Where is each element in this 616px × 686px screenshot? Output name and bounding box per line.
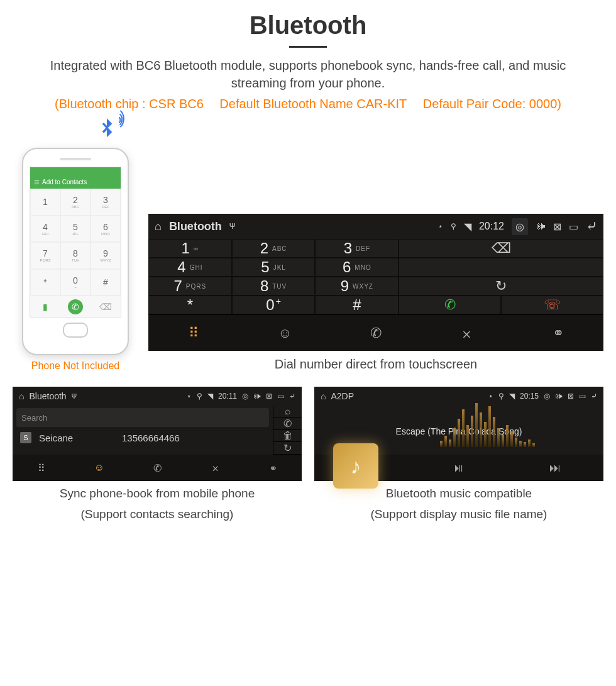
phone-key-7: 7PQRS — [30, 242, 60, 269]
sync-button[interactable]: ↻ — [399, 277, 603, 296]
tab-calllog[interactable]: ✆ — [331, 314, 422, 351]
hangup-button[interactable]: ☏ — [501, 296, 603, 314]
phone-key-#: # — [91, 269, 121, 296]
dialer-key-2[interactable]: 2ABC — [232, 239, 316, 258]
volume-icon[interactable]: 🕪 — [536, 221, 546, 232]
call-icon: ✆ — [68, 299, 83, 314]
album-art: ♪ — [333, 443, 378, 489]
bluetooth-status-icon: ⋆ — [438, 222, 443, 231]
close-icon[interactable]: ⊠ — [266, 392, 272, 401]
spacer — [399, 258, 603, 277]
link-icon: ⚭ — [553, 325, 564, 341]
side-call[interactable]: ✆ — [273, 418, 302, 430]
dialer-key-#[interactable]: # — [315, 296, 399, 314]
spec-code: Default Pair Code: 0000) — [423, 97, 561, 111]
calllog-icon: ✆ — [370, 325, 382, 341]
tab-bluetooth[interactable]: ⨉ — [186, 455, 244, 481]
trash-icon: 🗑 — [283, 430, 293, 441]
dialer-key-7[interactable]: 7PQRS — [148, 277, 232, 296]
usb-icon: Ψ — [72, 393, 77, 400]
phone-key-5: 5JKL — [60, 216, 91, 243]
specs-line: (Bluetooth chip : CSR BC6 Default Blueto… — [13, 97, 603, 111]
side-sync[interactable]: ↻ — [273, 442, 302, 455]
contacts-icon: ☺ — [94, 462, 104, 473]
phone-key-6: 6MNO — [91, 216, 121, 243]
dialer-key-9[interactable]: 9WXYZ — [315, 277, 399, 296]
next-button[interactable]: ⏭ — [507, 455, 603, 481]
contacts-panel: ⌂ Bluetooth Ψ ⋆ ⚲ ◥ 20:11 ◎ 🕪 ⊠ ▭ ⤶ — [13, 387, 302, 481]
tab-link[interactable]: ⚭ — [512, 314, 603, 351]
statusbar-time: 20:12 — [479, 221, 504, 232]
phone-key-3: 3DEF — [91, 189, 121, 216]
contact-name: Seicane — [39, 433, 114, 443]
back-icon[interactable]: ⤶ — [586, 218, 597, 235]
dialer-key-6[interactable]: 6MNO — [315, 258, 399, 277]
close-icon[interactable]: ⊠ — [553, 221, 561, 233]
tab-link[interactable]: ⚭ — [244, 455, 302, 481]
music-caption2: (Support display music file name) — [314, 507, 603, 523]
phone-key-8: 8TUV — [60, 242, 91, 269]
playpause-button[interactable]: ⏯ — [410, 455, 507, 481]
phone-mock: Add to Contacts 12ABC3DEF4GHI5JKL6MNO7PQ… — [22, 148, 129, 355]
dialer-key-4[interactable]: 4GHI — [148, 258, 232, 277]
search-input[interactable]: Search — [16, 408, 269, 427]
tab-bluetooth[interactable]: ⨉ — [421, 314, 512, 351]
equalizer — [390, 397, 585, 447]
statusbar-app: A2DP — [331, 391, 354, 401]
wifi-icon: ◥ — [207, 392, 213, 401]
usb-icon: Ψ — [229, 222, 236, 231]
bluetooth-tab-icon: ⨉ — [212, 462, 218, 473]
keypad-icon: ⠿ — [189, 325, 199, 341]
contacts-caption2: (Support contacts searching) — [13, 507, 302, 523]
side-delete[interactable]: 🗑 — [273, 430, 302, 442]
dialer-key-1[interactable]: 1∞ — [148, 239, 232, 258]
recents-icon[interactable]: ▭ — [569, 221, 578, 233]
description: Integrated with BC6 Bluetooth module, su… — [13, 57, 603, 92]
statusbar-app: Bluetooth — [29, 391, 66, 401]
dialer-caption: Dial number direct from touchscreen — [148, 357, 603, 372]
phone-addbar: Add to Contacts — [30, 175, 121, 189]
spec-chip: (Bluetooth chip : CSR BC6 — [55, 97, 204, 111]
statusbar-time: 20:11 — [218, 392, 237, 401]
tab-contacts[interactable]: ☺ — [70, 455, 128, 481]
side-search[interactable]: ⌕ — [273, 406, 302, 418]
tab-calllog[interactable]: ✆ — [128, 455, 186, 481]
camera-icon[interactable]: ◎ — [512, 218, 528, 235]
calllog-icon: ✆ — [153, 462, 162, 474]
backspace-button[interactable]: ⌫ — [399, 239, 603, 258]
link-icon: ⚭ — [269, 462, 277, 474]
video-icon: ▮ — [38, 299, 53, 314]
phone-key-9: 9WXYZ — [91, 242, 121, 269]
dialer-key-3[interactable]: 3DEF — [315, 239, 399, 258]
volume-icon[interactable]: 🕪 — [253, 392, 261, 401]
camera-icon[interactable]: ◎ — [242, 392, 248, 401]
backspace-icon: ⌫ — [98, 299, 113, 314]
bluetooth-tab-icon: ⨉ — [463, 325, 471, 341]
home-icon[interactable]: ⌂ — [321, 391, 326, 401]
back-icon[interactable]: ⤶ — [591, 392, 597, 401]
phone-icon: ✆ — [283, 418, 292, 429]
tab-keypad[interactable]: ⠿ — [13, 455, 70, 481]
contact-row[interactable]: S Seicane 13566664466 — [13, 429, 273, 446]
dialer-screen: ⌂ Bluetooth Ψ ⋆ ⚲ ◥ 20:12 ◎ 🕪 ⊠ ▭ ⤶ — [148, 214, 603, 351]
home-icon[interactable]: ⌂ — [155, 220, 162, 233]
location-icon: ⚲ — [451, 222, 456, 231]
phone-key-4: 4GHI — [30, 216, 60, 243]
contact-initial: S — [20, 432, 31, 443]
recents-icon[interactable]: ▭ — [277, 392, 284, 401]
phone-key-1: 1 — [30, 189, 60, 216]
next-icon: ⏭ — [549, 462, 561, 475]
tab-keypad[interactable]: ⠿ — [148, 314, 239, 351]
call-button[interactable]: ✆ — [399, 296, 501, 314]
spec-name: Default Bluetooth Name CAR-KIT — [219, 97, 407, 111]
bluetooth-status-icon: ⋆ — [187, 392, 192, 401]
phone-hangup-icon: ☏ — [544, 297, 561, 313]
phone-key-2: 2ABC — [60, 189, 91, 216]
dialer-key-*[interactable]: * — [148, 296, 232, 314]
back-icon[interactable]: ⤶ — [289, 392, 295, 401]
dialer-key-5[interactable]: 5JKL — [232, 258, 316, 277]
tab-contacts[interactable]: ☺ — [239, 314, 331, 351]
dialer-key-8[interactable]: 8TUV — [232, 277, 316, 296]
home-icon[interactable]: ⌂ — [19, 391, 24, 401]
dialer-key-0[interactable]: 0+ — [232, 296, 316, 314]
